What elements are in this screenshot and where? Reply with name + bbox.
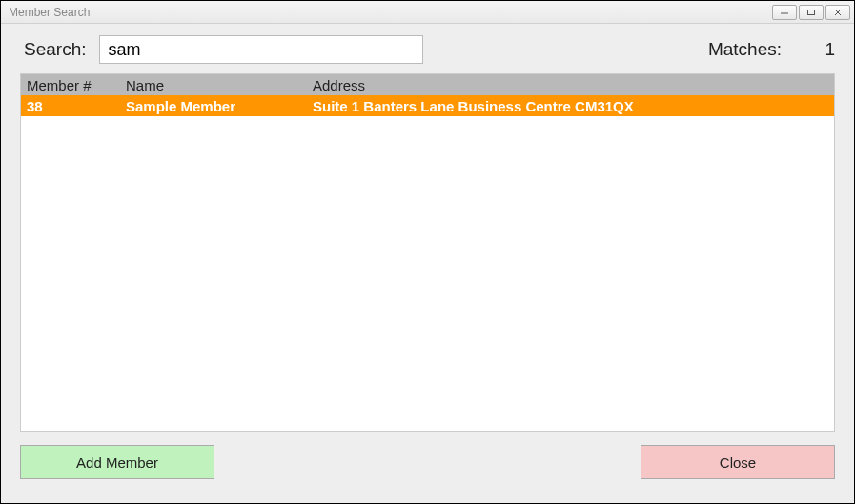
matches-label: Matches: <box>708 39 782 60</box>
add-member-button[interactable]: Add Member <box>20 445 214 479</box>
search-label: Search: <box>24 39 86 60</box>
matches-count: 1 <box>818 39 835 60</box>
minimize-icon <box>780 9 789 16</box>
svg-rect-1 <box>808 10 815 14</box>
content-area: Search: Matches: 1 Member # Name Address… <box>1 24 854 503</box>
header-address[interactable]: Address <box>307 76 834 94</box>
cell-member-no: 38 <box>21 97 120 115</box>
table-row[interactable]: 38 Sample Member Suite 1 Banters Lane Bu… <box>21 95 834 116</box>
close-icon <box>833 9 843 16</box>
close-window-button[interactable] <box>825 5 850 20</box>
close-button[interactable]: Close <box>641 445 835 479</box>
table-body: 38 Sample Member Suite 1 Banters Lane Bu… <box>21 95 834 431</box>
minimize-button[interactable] <box>772 5 797 20</box>
search-input[interactable] <box>99 35 423 64</box>
header-member-no[interactable]: Member # <box>21 76 120 94</box>
header-name[interactable]: Name <box>120 76 307 94</box>
cell-address: Suite 1 Banters Lane Business Centre CM3… <box>307 97 834 115</box>
footer-bar: Add Member Close <box>3 432 852 491</box>
cell-name: Sample Member <box>120 97 307 115</box>
titlebar: Member Search <box>1 1 854 24</box>
table-header: Member # Name Address <box>21 74 834 95</box>
window-controls <box>772 5 850 20</box>
results-table: Member # Name Address 38 Sample Member S… <box>20 73 835 432</box>
window-title: Member Search <box>5 6 90 19</box>
maximize-icon <box>806 9 816 16</box>
maximize-button[interactable] <box>799 5 824 20</box>
search-bar: Search: Matches: 1 <box>3 26 852 73</box>
member-search-window: Member Search Search: Matches: 1 Member … <box>0 0 855 504</box>
